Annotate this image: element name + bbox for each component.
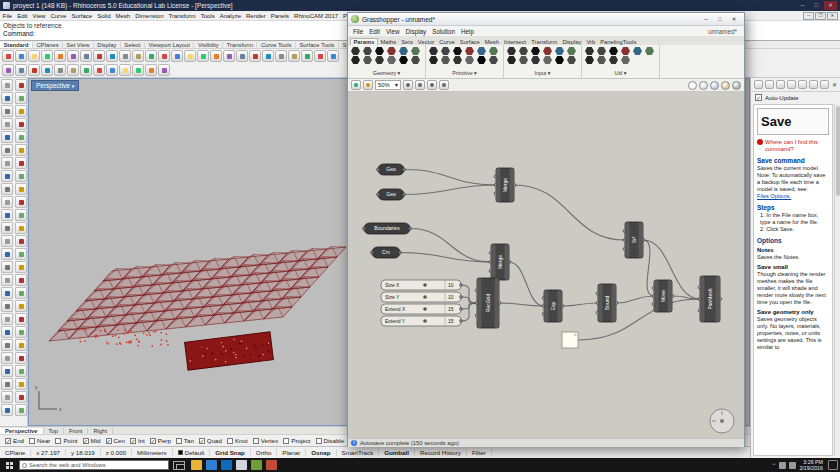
help-block[interactable]: Files Options. — [757, 193, 829, 200]
toolbar-icon[interactable] — [80, 50, 92, 62]
tool-icon[interactable] — [15, 235, 27, 247]
viewport-title-tab[interactable]: Perspective ▾ — [31, 80, 79, 91]
toolbar-icon[interactable] — [15, 50, 27, 62]
status-toggle-planar[interactable]: Planar — [277, 449, 306, 456]
gh-node-size-x[interactable]: Size X10 — [381, 280, 462, 290]
component-icon[interactable] — [609, 56, 618, 64]
menu-item-edit[interactable]: Edit — [15, 13, 30, 19]
mdi-restore-icon[interactable]: ❐ — [815, 12, 826, 20]
gh-node-geo[interactable]: Geo — [377, 189, 406, 200]
component-icon[interactable] — [597, 47, 606, 55]
zoom-dropdown[interactable]: 50%▾ — [375, 80, 401, 90]
status-cplane[interactable]: CPlane — [0, 449, 31, 456]
toolbar-icon[interactable] — [15, 64, 27, 76]
toolbar-icon[interactable] — [132, 50, 144, 62]
osnap-point[interactable]: Point — [55, 437, 77, 444]
component-icon[interactable] — [555, 56, 564, 64]
menu-item-dimension[interactable]: Dimension — [133, 13, 166, 19]
tool-icon[interactable] — [1, 222, 13, 234]
palette-group-label[interactable]: Input ▾ — [504, 69, 581, 78]
status-toggle-osnap[interactable]: Osnap — [306, 449, 336, 456]
component-icon[interactable] — [411, 56, 420, 64]
tool-icon[interactable] — [1, 157, 13, 169]
display-sphere-icon[interactable] — [721, 81, 730, 90]
checkbox-icon[interactable] — [55, 438, 61, 444]
component-icon[interactable] — [441, 56, 450, 64]
tool-icon[interactable] — [15, 79, 27, 91]
toolbar-icon[interactable] — [119, 50, 131, 62]
web-icon[interactable] — [809, 80, 818, 89]
toolbar-tab-standard[interactable]: Standard — [0, 42, 33, 48]
display-sphere-icon[interactable] — [732, 81, 741, 90]
toolbar-icon[interactable] — [93, 64, 105, 76]
tool-icon[interactable] — [1, 287, 13, 299]
toolbar-icon[interactable] — [184, 50, 196, 62]
toolbar-tab-curve-tools[interactable]: Curve Tools — [257, 42, 296, 48]
menu-item-mesh[interactable]: Mesh — [113, 13, 133, 19]
component-icon[interactable] — [633, 47, 642, 55]
gh-node-merge[interactable]: Merge — [494, 168, 516, 202]
component-icon[interactable] — [363, 47, 372, 55]
panel-close-icon[interactable]: ✕ — [832, 81, 837, 88]
component-icon[interactable] — [429, 56, 438, 64]
component-icon[interactable] — [507, 47, 516, 55]
toolbar-icon[interactable] — [54, 64, 66, 76]
tool-icon[interactable] — [1, 313, 13, 325]
store-icon[interactable] — [221, 460, 232, 470]
task-view-button[interactable] — [173, 461, 185, 470]
tool-icon[interactable] — [1, 79, 13, 91]
toolbar-icon[interactable] — [119, 64, 131, 76]
component-icon[interactable] — [375, 56, 384, 64]
gh-menu-help[interactable]: Help — [458, 28, 477, 35]
toolbar-icon[interactable] — [301, 50, 313, 62]
checkbox-icon[interactable]: ✓ — [130, 438, 136, 444]
tool-icon[interactable] — [15, 339, 27, 351]
osnap-perp[interactable]: ✓Perp — [150, 437, 171, 444]
component-icon[interactable] — [441, 47, 450, 55]
taskbar-clock[interactable]: 3:26 PM 2/19/2016 — [799, 459, 823, 471]
palette-group-label[interactable]: Util ▾ — [582, 69, 659, 78]
osnap-tan[interactable]: Tan — [176, 437, 194, 444]
tool-icon[interactable] — [15, 209, 27, 221]
osnap-vertex[interactable]: Vertex — [253, 437, 279, 444]
tool-icon[interactable] — [15, 365, 27, 377]
save-icon[interactable] — [351, 80, 361, 90]
gh-node-panmesh[interactable]: PanMesh — [698, 276, 722, 322]
tool-icon[interactable] — [1, 391, 13, 403]
tool-icon[interactable] — [15, 144, 27, 156]
gh-tab-params[interactable]: Params — [350, 38, 378, 45]
app-icon[interactable] — [266, 460, 277, 470]
pyramid-mesh[interactable] — [49, 247, 346, 342]
tool-icon[interactable] — [1, 300, 13, 312]
toolbar-icon[interactable] — [158, 50, 170, 62]
tray-expand-icon[interactable]: ⌃ — [771, 462, 776, 469]
toolbar-tab-visibility[interactable]: Visibility — [194, 42, 223, 48]
menu-item-transform[interactable]: Transform — [166, 13, 198, 19]
osnap-near[interactable]: Near — [29, 437, 50, 444]
component-icon[interactable] — [567, 47, 576, 55]
zoom-icon[interactable] — [415, 80, 425, 90]
mdi-minimize-icon[interactable]: ─ — [803, 12, 814, 20]
gh-node-srf[interactable]: Srf — [623, 222, 645, 258]
component-icon[interactable] — [399, 47, 408, 55]
component-icon[interactable] — [519, 47, 528, 55]
libraries-icon[interactable] — [820, 80, 829, 89]
paneling-preview-panel[interactable] — [185, 332, 274, 370]
toolbar-icon[interactable] — [288, 50, 300, 62]
properties-icon[interactable] — [754, 80, 763, 89]
toolbar-tab-viewport-layout[interactable]: Viewport Layout — [145, 42, 194, 48]
toolbar-icon[interactable] — [275, 50, 287, 62]
menu-item-solid[interactable]: Solid — [95, 13, 113, 19]
tool-icon[interactable] — [1, 326, 13, 338]
tool-icon[interactable] — [1, 235, 13, 247]
status-toggle-grid-snap[interactable]: Grid Snap — [210, 449, 251, 456]
component-icon[interactable] — [465, 56, 474, 64]
tool-icon[interactable] — [15, 118, 27, 130]
toolbar-icon[interactable] — [28, 64, 40, 76]
tool-icon[interactable] — [15, 92, 27, 104]
start-button[interactable] — [0, 458, 18, 472]
gh-menu-edit[interactable]: Edit — [366, 28, 383, 35]
gh-node-panel[interactable] — [562, 332, 578, 348]
gh-minimize-icon[interactable]: ─ — [699, 14, 713, 25]
osnap-quad[interactable]: ✓Quad — [199, 437, 222, 444]
